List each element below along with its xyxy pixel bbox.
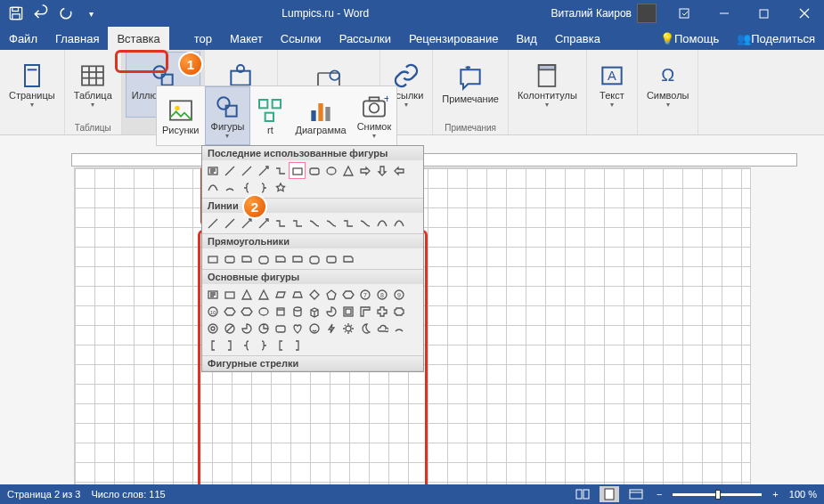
- ribbon-options-icon[interactable]: [664, 0, 704, 27]
- shape-item[interactable]: [289, 250, 306, 267]
- read-mode-icon[interactable]: [573, 486, 592, 502]
- shape-item[interactable]: [255, 162, 272, 179]
- zoom-in-button[interactable]: +: [769, 489, 781, 500]
- tab-insert[interactable]: Вставка: [108, 27, 168, 50]
- shape-item[interactable]: [390, 162, 407, 179]
- shape-item[interactable]: [306, 250, 322, 267]
- shape-item[interactable]: [255, 320, 272, 337]
- smartart-button-partial[interactable]: rt: [250, 86, 290, 145]
- shape-item[interactable]: [289, 215, 306, 232]
- shape-item[interactable]: [204, 250, 221, 267]
- shapes-button[interactable]: Фигуры▾: [205, 86, 251, 145]
- minimize-icon[interactable]: [704, 0, 744, 27]
- tab-tellme[interactable]: 💡 Помощь: [651, 27, 728, 50]
- shape-item[interactable]: [204, 215, 221, 232]
- shape-item[interactable]: [272, 162, 289, 179]
- shape-item[interactable]: [204, 179, 221, 196]
- shape-item[interactable]: [238, 286, 255, 303]
- shape-item[interactable]: [322, 250, 339, 267]
- shape-item[interactable]: [255, 179, 272, 196]
- zoom-slider[interactable]: [673, 493, 762, 496]
- shape-item[interactable]: [272, 303, 289, 320]
- tab-mailings[interactable]: Рассылки: [330, 27, 400, 50]
- zoom-out-button[interactable]: −: [653, 489, 665, 500]
- shape-item[interactable]: [322, 303, 339, 320]
- shape-item[interactable]: [390, 303, 407, 320]
- shape-item[interactable]: [373, 320, 390, 337]
- zoom-level[interactable]: 100 %: [789, 489, 817, 500]
- shape-item[interactable]: [221, 215, 238, 232]
- symbols-button[interactable]: Ω Символы▾: [641, 52, 695, 118]
- shape-item[interactable]: [356, 215, 373, 232]
- shape-item[interactable]: [272, 179, 289, 196]
- avatar[interactable]: [637, 4, 657, 23]
- pages-button[interactable]: Страницы▾: [4, 52, 61, 118]
- shape-item[interactable]: [204, 162, 221, 179]
- shape-item[interactable]: [289, 320, 306, 337]
- shape-item[interactable]: [339, 162, 356, 179]
- shape-item[interactable]: [255, 250, 272, 267]
- shape-item[interactable]: [272, 286, 289, 303]
- shape-item[interactable]: [322, 162, 339, 179]
- print-layout-icon[interactable]: [600, 486, 619, 502]
- shape-item[interactable]: [322, 215, 339, 232]
- redo-icon[interactable]: [57, 4, 75, 22]
- save-icon[interactable]: [7, 4, 25, 22]
- close-icon[interactable]: [784, 0, 824, 27]
- shape-item[interactable]: [238, 303, 255, 320]
- undo-icon[interactable]: [32, 4, 50, 22]
- shape-item[interactable]: [238, 337, 255, 354]
- web-layout-icon[interactable]: [626, 486, 646, 502]
- shape-item[interactable]: [306, 286, 322, 303]
- comment-button[interactable]: Примечание: [436, 52, 504, 118]
- user-area[interactable]: Виталий Каиров: [543, 4, 664, 23]
- shape-item[interactable]: [306, 215, 322, 232]
- shape-item[interactable]: [204, 320, 221, 337]
- shape-item[interactable]: [356, 162, 373, 179]
- shape-item[interactable]: [221, 162, 238, 179]
- tab-view[interactable]: Вид: [507, 27, 546, 50]
- table-button[interactable]: Таблица▾: [69, 52, 118, 118]
- shape-item[interactable]: [339, 320, 356, 337]
- shape-item[interactable]: [221, 179, 238, 196]
- shape-item[interactable]: 7: [356, 286, 373, 303]
- shape-item[interactable]: [373, 215, 390, 232]
- status-words[interactable]: Число слов: 115: [91, 489, 165, 500]
- tab-design-partial[interactable]: тор: [169, 27, 221, 50]
- header-footer-button[interactable]: Колонтитулы▾: [512, 52, 583, 118]
- tab-file[interactable]: Файл: [0, 27, 46, 50]
- shape-item[interactable]: [289, 286, 306, 303]
- shape-item[interactable]: 9: [390, 286, 407, 303]
- shape-item[interactable]: [306, 162, 322, 179]
- shape-item[interactable]: [238, 320, 255, 337]
- shape-item[interactable]: [356, 303, 373, 320]
- status-page[interactable]: Страница 2 из 3: [7, 489, 80, 500]
- shape-item[interactable]: [339, 303, 356, 320]
- shape-item[interactable]: [221, 303, 238, 320]
- maximize-icon[interactable]: [744, 0, 784, 27]
- screenshot-button[interactable]: + Снимок▾: [352, 86, 397, 145]
- shape-item[interactable]: 8: [373, 286, 390, 303]
- shape-item[interactable]: [204, 286, 221, 303]
- text-button[interactable]: A Текст▾: [591, 52, 633, 118]
- shape-item[interactable]: [339, 215, 356, 232]
- tab-help[interactable]: Справка: [546, 27, 609, 50]
- shape-item[interactable]: [255, 303, 272, 320]
- shape-item[interactable]: [238, 250, 255, 267]
- shape-item[interactable]: [255, 286, 272, 303]
- shape-item[interactable]: [255, 337, 272, 354]
- chart-button[interactable]: Диаграмма: [290, 86, 351, 145]
- shape-item[interactable]: [289, 337, 306, 354]
- shape-item[interactable]: [221, 320, 238, 337]
- tab-review[interactable]: Рецензирование: [400, 27, 507, 50]
- shape-item[interactable]: [238, 162, 255, 179]
- shape-item[interactable]: [221, 250, 238, 267]
- tab-references[interactable]: Ссылки: [272, 27, 330, 50]
- shape-item[interactable]: 10: [204, 303, 221, 320]
- qat-customize-icon[interactable]: ▾: [82, 4, 100, 22]
- shape-item[interactable]: [272, 337, 289, 354]
- shape-item[interactable]: [221, 337, 238, 354]
- shape-item[interactable]: [272, 320, 289, 337]
- shape-item[interactable]: [356, 320, 373, 337]
- shape-item[interactable]: [390, 215, 407, 232]
